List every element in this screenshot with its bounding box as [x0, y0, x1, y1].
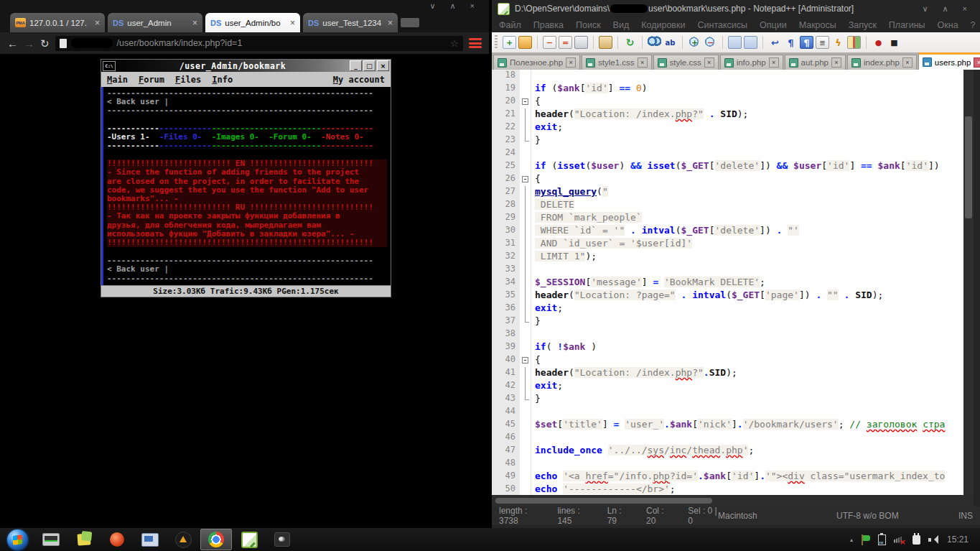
tab-close-icon[interactable]: × — [638, 57, 648, 68]
start-button[interactable] — [1, 529, 34, 550]
tab-close-icon[interactable]: × — [974, 57, 980, 68]
menu-Кодировки[interactable]: Кодировки — [641, 20, 685, 30]
code-text[interactable] — [531, 406, 980, 419]
fold-collapse-icon[interactable] — [520, 354, 531, 367]
fold-collapse-icon[interactable] — [520, 173, 531, 186]
code-text[interactable]: LIMIT 1"); — [531, 251, 980, 264]
counter-users[interactable]: -Users 1- — [107, 132, 159, 142]
editor-tab[interactable]: style1.css× — [582, 55, 652, 70]
code-text[interactable]: if (isset($user) && isset($_GET['delete'… — [531, 160, 980, 173]
power-plug-icon[interactable] — [913, 535, 920, 545]
replace-icon[interactable]: ab — [663, 36, 677, 49]
taskbar-utility-app[interactable] — [266, 529, 298, 550]
redo-icon[interactable]: ↻ — [623, 36, 637, 49]
sync-scroll-v-icon[interactable] — [728, 36, 742, 49]
code-text[interactable] — [531, 70, 980, 83]
bookmark-star-icon[interactable]: ☆ — [450, 38, 459, 49]
browser-tab[interactable]: PMA127.0.0.1 / 127.× — [10, 13, 105, 32]
address-bar[interactable]: /user/bookmark/index.php?id=1 ☆ — [55, 36, 463, 51]
code-text[interactable]: { — [531, 96, 980, 108]
print-icon[interactable] — [574, 36, 588, 49]
code-text[interactable]: $_SESSION['message'] = 'BookMark DELETE'… — [531, 277, 980, 290]
code-text[interactable]: echo '------------</br>'; — [531, 483, 980, 495]
horizontal-scrollbar-thumb[interactable] — [495, 498, 712, 504]
editor[interactable]: 1819if ($ank['id'] == 0)20{21header("Loc… — [492, 70, 980, 495]
code-text[interactable]: exit; — [531, 302, 980, 315]
browser-tab[interactable]: DSuser_Admin× — [108, 13, 202, 32]
close-file-icon[interactable]: − — [543, 36, 556, 49]
site-menu-main[interactable]: Main — [107, 75, 128, 85]
code-text[interactable]: DELETE — [531, 199, 980, 212]
find-icon[interactable] — [648, 36, 661, 49]
fold-collapse-icon[interactable] — [520, 96, 531, 108]
site-menu-info[interactable]: Info — [212, 75, 233, 85]
minimize-icon[interactable]: ∨ — [922, 4, 928, 14]
editor-tab[interactable]: info.php× — [720, 55, 783, 70]
code-text[interactable]: header("Location: /index.php?" . SID); — [531, 108, 980, 121]
taskbar-openserver-panel[interactable] — [134, 529, 166, 550]
forward-button[interactable]: → — [24, 38, 34, 49]
site-menu-files[interactable]: Files — [175, 75, 201, 85]
taskbar-sticky-notes[interactable] — [68, 529, 100, 550]
code-text[interactable] — [531, 432, 980, 445]
menu-Поиск[interactable]: Поиск — [576, 20, 601, 30]
tab-close-icon[interactable]: × — [290, 18, 295, 28]
code-text[interactable]: WHERE `id` = '" . intval($_GET['delete']… — [531, 225, 980, 238]
browser-tab[interactable]: DSuser_Admin/bo× — [205, 13, 300, 32]
menu-help[interactable]: ? — [971, 20, 976, 30]
word-wrap-icon[interactable]: ↩ — [768, 36, 782, 49]
editor-tab[interactable]: aut.php× — [785, 55, 846, 70]
menu-Опции[interactable]: Опции — [760, 20, 787, 30]
editor-tab[interactable]: users.php× — [918, 52, 980, 70]
code-text[interactable]: echo '<a href="/info.php?id='.$ank['id']… — [531, 471, 980, 483]
taskbar-download-manager[interactable] — [101, 529, 133, 550]
maximize-button[interactable]: □ — [363, 60, 375, 71]
sync-scroll-h-icon[interactable] — [744, 36, 757, 49]
menu-Правка[interactable]: Правка — [533, 20, 564, 30]
tab-close-icon[interactable]: × — [902, 57, 913, 68]
browser-tab[interactable]: DSuser_Test_1234× — [303, 13, 398, 32]
maximize-icon[interactable]: ∧ — [450, 1, 456, 11]
taskbar-notepad-plus-plus[interactable] — [233, 529, 265, 550]
tab-close-icon[interactable]: × — [831, 57, 841, 68]
document-monitor-icon[interactable]: ϟ — [831, 36, 845, 49]
menu-Окна[interactable]: Окна — [938, 20, 958, 30]
minimize-button[interactable]: _ — [350, 60, 362, 71]
stop-macro-icon[interactable]: ■ — [887, 36, 901, 49]
record-macro-icon[interactable]: ● — [872, 36, 885, 49]
show-all-characters-icon[interactable]: ¶ — [800, 36, 813, 49]
code-text[interactable]: FROM `mark_people` — [531, 212, 980, 225]
code-text[interactable]: include_once '../../sys/inc/thead.php'; — [531, 445, 980, 458]
url-text[interactable]: /user/bookmark/index.php?id=1 — [117, 38, 243, 48]
tab-close-icon[interactable]: × — [769, 57, 779, 68]
code-text[interactable]: AND `id_user` = '$user[id]' — [531, 238, 980, 251]
editor-tab[interactable]: index.php× — [847, 55, 917, 70]
function-list-icon[interactable]: ≡ — [816, 36, 829, 49]
tab-close-icon[interactable]: × — [192, 18, 197, 28]
reload-button[interactable]: ↻ — [40, 38, 50, 49]
tab-close-icon[interactable]: × — [388, 18, 393, 28]
volume-icon[interactable] — [928, 535, 939, 545]
back-button[interactable]: ← — [7, 38, 18, 49]
editor-tab[interactable]: style.css× — [653, 55, 719, 70]
browser-menu-icon[interactable] — [469, 38, 482, 48]
tab-close-icon[interactable]: × — [566, 57, 576, 68]
taskbar-chrome[interactable] — [200, 529, 232, 550]
back-user-link[interactable]: < Back user | — [107, 265, 387, 274]
zoom-in-icon[interactable]: + — [688, 36, 701, 49]
code-text[interactable]: if ($ank['id'] == 0) — [531, 83, 980, 96]
code-text[interactable]: exit; — [531, 121, 980, 134]
menu-Плагины[interactable]: Плагины — [889, 20, 925, 30]
code-text[interactable] — [531, 147, 980, 160]
code-text[interactable]: { — [531, 354, 980, 367]
document-map-icon[interactable] — [847, 36, 861, 49]
editor-tab[interactable]: Полезное.php× — [493, 55, 580, 70]
code-text[interactable]: { — [531, 173, 980, 186]
close-icon[interactable]: × — [470, 1, 475, 11]
openserver-flag-icon[interactable] — [861, 534, 870, 545]
open-file-icon[interactable] — [518, 36, 532, 49]
vertical-scrollbar[interactable] — [963, 70, 974, 495]
code-text[interactable]: if( !$ank ) — [531, 341, 980, 354]
menu-Вид[interactable]: Вид — [613, 20, 630, 30]
code-text[interactable]: } — [531, 134, 980, 147]
